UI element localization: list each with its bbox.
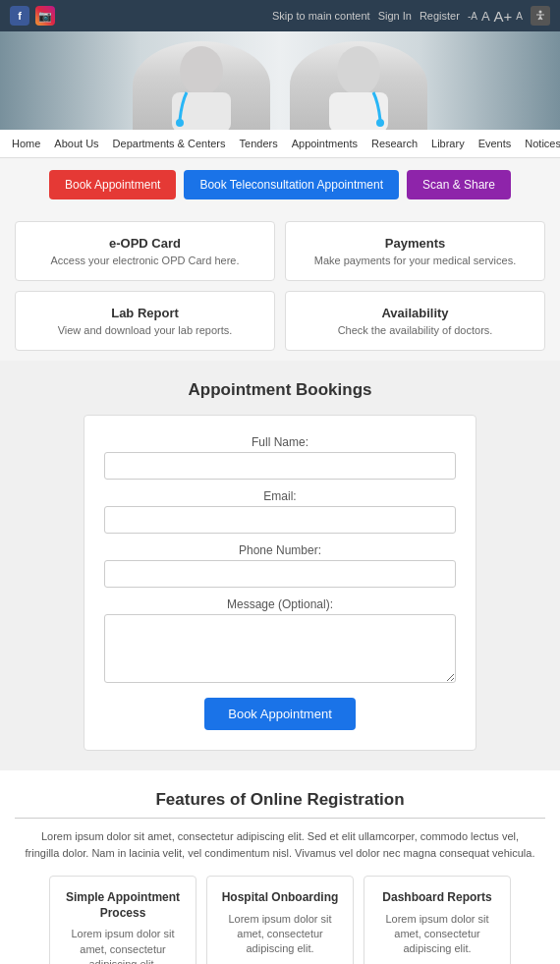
svg-point-0	[539, 11, 542, 14]
feature-hospital-title: Hospital Onboarding	[217, 890, 343, 906]
eopd-card[interactable]: e-OPD Card Access your electronic OPD Ca…	[15, 221, 275, 281]
availability-desc: Check the availability of doctors.	[296, 324, 534, 336]
payments-card[interactable]: Payments Make payments for your medical …	[285, 221, 545, 281]
features-title: Features of Online Registration	[15, 790, 545, 810]
font-large-btn[interactable]: A+	[494, 8, 513, 25]
lab-card[interactable]: Lab Report View and download your lab re…	[15, 291, 275, 351]
features-divider	[15, 818, 545, 819]
appointment-title: Appointment Bookings	[15, 380, 545, 400]
email-input[interactable]	[104, 506, 456, 534]
nav-notices[interactable]: Notices	[518, 130, 560, 157]
eopd-desc: Access your electronic OPD Card here.	[26, 255, 264, 266]
action-buttons-bar: Book Appointment Book Teleconsultation A…	[0, 158, 560, 211]
availability-card[interactable]: Availability Check the availability of d…	[285, 291, 545, 351]
features-description: Lorem ipsum dolor sit amet, consectetur …	[15, 828, 545, 861]
fullname-label: Full Name:	[104, 435, 456, 449]
phone-group: Phone Number:	[104, 543, 456, 588]
features-section: Features of Online Registration Lorem ip…	[0, 770, 560, 964]
instagram-icon[interactable]: 📷	[35, 6, 55, 26]
nav-departments[interactable]: Departments & Centers	[106, 130, 233, 157]
nav-library[interactable]: Library	[424, 130, 472, 157]
availability-title: Availability	[296, 306, 534, 320]
feature-dashboard: Dashboard Reports Lorem ipsum dolor sit …	[364, 876, 511, 964]
svg-point-6	[376, 119, 384, 127]
font-medium-btn[interactable]: A	[481, 9, 490, 24]
payments-desc: Make payments for your medical services.	[296, 255, 534, 266]
top-bar-right: Skip to main content Sign In Register -A…	[272, 6, 550, 26]
lab-desc: View and download your lab reports.	[26, 324, 264, 336]
svg-point-3	[176, 119, 184, 127]
submit-appointment-button[interactable]: Book Appointment	[204, 698, 356, 730]
signin-link[interactable]: Sign In	[378, 10, 412, 22]
scan-share-button[interactable]: Scan & Share	[407, 170, 511, 199]
doctor-figure-right	[290, 41, 427, 130]
eopd-title: e-OPD Card	[26, 236, 264, 251]
feature-dashboard-title: Dashboard Reports	[374, 890, 500, 906]
doctor-figure-left	[133, 41, 270, 130]
appointment-form: Full Name: Email: Phone Number: Message …	[84, 415, 476, 751]
message-label: Message (Optional):	[104, 597, 456, 611]
message-textarea[interactable]	[104, 614, 456, 683]
feature-simple: Simple Appointment Process Lorem ipsum d…	[49, 876, 196, 964]
feature-simple-desc: Lorem ipsum dolor sit amet, consectetur …	[60, 927, 186, 964]
email-group: Email:	[104, 489, 456, 534]
service-cards-grid: e-OPD Card Access your electronic OPD Ca…	[0, 211, 560, 361]
accessibility-icon[interactable]	[531, 6, 550, 26]
email-label: Email:	[104, 489, 456, 503]
font-xlarge-btn[interactable]: A	[516, 11, 523, 22]
svg-point-1	[180, 46, 223, 95]
main-nav: Home About Us Departments & Centers Tend…	[0, 130, 560, 158]
nav-events[interactable]: Events	[472, 130, 519, 157]
social-links: f 📷	[10, 6, 55, 26]
facebook-icon[interactable]: f	[10, 6, 29, 26]
teleconsultation-button[interactable]: Book Teleconsultation Appointment	[184, 170, 399, 199]
book-appointment-button[interactable]: Book Appointment	[49, 170, 176, 199]
nav-appointments[interactable]: Appointments	[285, 130, 364, 157]
feature-simple-title: Simple Appointment Process	[60, 890, 186, 921]
font-size-controls: -A A A+ A	[468, 8, 523, 25]
top-bar: f 📷 Skip to main content Sign In Registe…	[0, 0, 560, 31]
hero-banner	[0, 31, 560, 130]
phone-input[interactable]	[104, 560, 456, 588]
font-small-btn[interactable]: -A	[468, 11, 477, 22]
phone-label: Phone Number:	[104, 543, 456, 557]
feature-hospital: Hospital Onboarding Lorem ipsum dolor si…	[206, 876, 354, 964]
svg-point-4	[337, 46, 380, 95]
skip-link[interactable]: Skip to main content	[272, 10, 370, 22]
nav-home[interactable]: Home	[5, 130, 47, 157]
feature-hospital-desc: Lorem ipsum dolor sit amet, consectetur …	[217, 912, 343, 957]
feature-dashboard-desc: Lorem ipsum dolor sit amet, consectetur …	[374, 912, 500, 957]
nav-research[interactable]: Research	[364, 130, 424, 157]
lab-title: Lab Report	[26, 306, 264, 320]
nav-tenders[interactable]: Tenders	[233, 130, 285, 157]
fullname-group: Full Name:	[104, 435, 456, 480]
appointment-section: Appointment Bookings Full Name: Email: P…	[0, 361, 560, 770]
fullname-input[interactable]	[104, 452, 456, 480]
message-group: Message (Optional):	[104, 597, 456, 686]
nav-about[interactable]: About Us	[47, 130, 105, 157]
features-cards: Simple Appointment Process Lorem ipsum d…	[15, 876, 545, 964]
register-link[interactable]: Register	[420, 10, 460, 22]
payments-title: Payments	[296, 236, 534, 251]
